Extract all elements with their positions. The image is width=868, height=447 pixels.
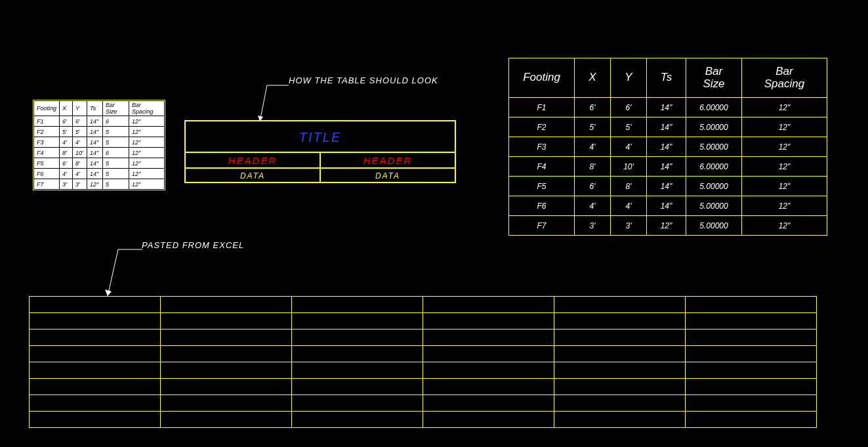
ole-data-cell: 10' — [73, 148, 87, 158]
empty-cell — [30, 395, 161, 412]
cad-data-cell: 3' — [611, 216, 647, 236]
cad-data-cell: F2 — [509, 117, 575, 137]
ole-header-cell: Ts — [87, 101, 103, 116]
cad-data-cell: 14" — [647, 196, 686, 216]
empty-cell — [161, 297, 292, 313]
empty-cell — [554, 346, 686, 362]
ole-header-cell: Y — [73, 101, 87, 116]
ole-data-cell: 3' — [73, 179, 87, 190]
empty-cell — [292, 362, 423, 379]
legend-leader-line — [258, 84, 289, 123]
empty-cell — [423, 313, 554, 330]
ole-data-cell: 5' — [60, 127, 73, 137]
ole-data-cell: 14" — [87, 169, 103, 179]
empty-cell — [686, 379, 817, 395]
ole-data-cell: 6 — [103, 148, 129, 158]
cad-data-cell: 14" — [647, 177, 686, 196]
cad-data-cell: 12" — [742, 216, 827, 236]
ole-data-cell: 14" — [87, 137, 103, 148]
ole-data-cell: 4' — [60, 169, 73, 179]
empty-cell — [292, 346, 423, 362]
cad-data-cell: 5' — [575, 117, 611, 137]
ole-data-cell: 12" — [129, 127, 165, 137]
cad-data-cell: 5.00000 — [686, 216, 742, 236]
ole-data-cell: F4 — [34, 148, 60, 158]
ole-data-cell: 8' — [60, 148, 73, 158]
ole-data-cell: F7 — [34, 179, 60, 190]
cad-header-cell: Footing — [509, 58, 575, 98]
empty-cell — [686, 297, 817, 313]
cad-data-cell: 5.00000 — [686, 196, 742, 216]
ole-data-cell: 5 — [103, 158, 129, 169]
ole-header-cell: X — [60, 101, 73, 116]
ole-data-cell: 14" — [87, 127, 103, 137]
ole-data-cell: 6' — [73, 116, 87, 127]
cad-data-cell: 6' — [575, 98, 611, 117]
empty-cell — [423, 395, 554, 412]
empty-cell — [554, 297, 686, 313]
empty-cell — [161, 313, 292, 330]
style-header-cell: HEADER — [320, 152, 455, 168]
empty-cell — [554, 313, 686, 330]
empty-cell — [686, 346, 817, 362]
empty-cell — [554, 330, 686, 346]
cad-header-cell: X — [575, 58, 611, 98]
cad-data-cell: F3 — [509, 137, 575, 157]
cad-data-cell: 5.00000 — [686, 137, 742, 157]
empty-cell — [161, 330, 292, 346]
empty-cell — [423, 379, 554, 395]
empty-cell — [292, 412, 423, 428]
ole-excel-table[interactable]: FootingXYTsBar SizeBar SpacingF16'6'14"6… — [33, 100, 165, 190]
ole-data-cell: 14" — [87, 116, 103, 127]
ole-data-cell: 8' — [73, 158, 87, 169]
cad-header-cell: Ts — [647, 58, 686, 98]
ole-header-cell: Bar Spacing — [129, 101, 165, 116]
ole-header-cell: Bar Size — [103, 101, 129, 116]
ole-data-cell: 5 — [103, 137, 129, 148]
empty-cell — [554, 412, 686, 428]
cad-data-cell: 5' — [611, 117, 647, 137]
empty-cell — [686, 330, 817, 346]
cad-footing-table[interactable]: FootingXYTsBarSizeBarSpacing F16'6'14"6.… — [508, 58, 827, 236]
cad-data-cell: 4' — [611, 137, 647, 157]
empty-cell — [686, 362, 817, 379]
cad-data-cell: 6.00000 — [686, 157, 742, 177]
cad-data-cell: 12" — [742, 157, 827, 177]
cad-data-cell: 14" — [647, 157, 686, 177]
cad-data-cell: 8' — [611, 177, 647, 196]
cad-data-cell: 14" — [647, 117, 686, 137]
ole-header-cell: Footing — [34, 101, 60, 116]
empty-cell — [423, 412, 554, 428]
ole-data-cell: 4' — [60, 137, 73, 148]
style-header-cell: HEADER — [185, 152, 320, 168]
cad-data-cell: 5.00000 — [686, 117, 742, 137]
cad-data-cell: 8' — [575, 157, 611, 177]
cad-data-cell: 5.00000 — [686, 177, 742, 196]
empty-cell — [30, 297, 161, 313]
cad-header-cell: BarSpacing — [742, 58, 827, 98]
cad-data-cell: 12" — [647, 216, 686, 236]
cad-data-cell: 6.00000 — [686, 98, 742, 117]
ole-data-cell: 14" — [87, 148, 103, 158]
paste-leader-line — [105, 248, 143, 299]
ole-data-cell: 5 — [103, 179, 129, 190]
style-data-cell: DATA — [320, 168, 455, 182]
ole-data-cell: 5 — [103, 169, 129, 179]
ole-data-cell: 12" — [129, 137, 165, 148]
ole-data-cell: 12" — [129, 148, 165, 158]
cad-data-cell: F4 — [509, 157, 575, 177]
ole-data-cell: 4' — [73, 169, 87, 179]
ole-data-cell: 12" — [129, 179, 165, 190]
ole-data-cell: F6 — [34, 169, 60, 179]
ole-data-cell: 6' — [60, 158, 73, 169]
empty-cell — [161, 379, 292, 395]
empty-cell — [161, 346, 292, 362]
pasted-empty-grid[interactable] — [29, 296, 817, 428]
style-demo-table[interactable]: TITLE HEADER HEADER DATA DATA — [184, 120, 456, 183]
empty-cell — [30, 346, 161, 362]
empty-cell — [423, 297, 554, 313]
empty-cell — [292, 395, 423, 412]
cad-data-cell: 12" — [742, 196, 827, 216]
empty-cell — [30, 313, 161, 330]
ole-data-cell: 5 — [103, 127, 129, 137]
